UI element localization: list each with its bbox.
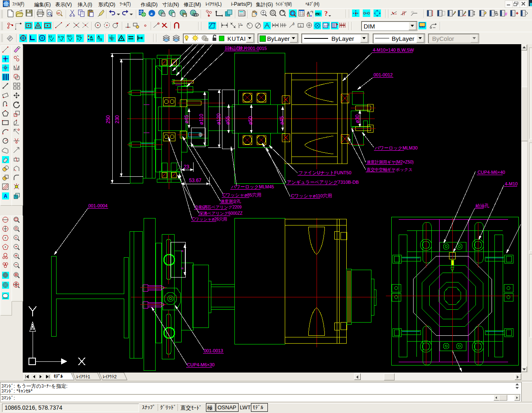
svg-text:X: X (15, 236, 17, 240)
svg-text:ø45: ø45 (184, 115, 189, 123)
svg-text:6: 6 (58, 36, 60, 38)
svg-text:.1: .1 (299, 24, 302, 28)
svg-text:ab: ab (57, 12, 60, 14)
svg-text:ESC: ESC (315, 12, 321, 16)
svg-text:a: a (150, 11, 153, 16)
svg-text:ø110: ø110 (199, 114, 204, 125)
svg-text:ø55: ø55 (225, 116, 231, 125)
svg-text:Cワッシャø85穴用: Cワッシャø85穴用 (222, 192, 261, 197)
svg-text:A: A (4, 193, 7, 199)
svg-text:?: ? (324, 10, 328, 17)
svg-text:8: 8 (180, 250, 184, 252)
svg-text:A: A (293, 22, 295, 25)
svg-text:ø120: ø120 (216, 113, 222, 125)
svg-text:ファインUナットFUNT50: ファインUナットFUNT50 (298, 170, 351, 175)
svg-text:4-M10: 4-M10 (505, 181, 518, 186)
svg-text:230: 230 (114, 115, 120, 123)
svg-text:CUP4-M6×30: CUP4-M6×30 (187, 362, 215, 367)
svg-text:A: A (90, 35, 93, 39)
svg-text:ø45: ø45 (279, 116, 285, 125)
svg-text:ISO: ISO (67, 35, 71, 38)
svg-text:Cワッシャø26穴用: Cワッシャø26穴用 (192, 217, 227, 221)
svg-text:001-0004: 001-0004 (88, 203, 108, 208)
svg-text:回転試験片001-0015: 回転試験片001-0015 (225, 46, 267, 51)
svg-text:直交中空軸ギヤボックス: 直交中空軸ギヤボックス (366, 167, 412, 172)
svg-text:4-M10×140 B,W,SW: 4-M10×140 B,W,SW (373, 47, 414, 52)
svg-text:パワーロックMLM45: パワーロックMLM45 (231, 184, 274, 189)
svg-text:ø50: ø50 (248, 116, 253, 125)
svg-text:速度測定孔: 速度測定孔 (220, 199, 241, 204)
svg-text:23: 23 (184, 164, 189, 170)
svg-text:パワーロックMLM30: パワーロックMLM30 (375, 145, 418, 150)
svg-text:自動調芯ベアリング2209: 自動調芯ベアリング2209 (195, 205, 242, 209)
svg-text:ø30: ø30 (355, 114, 360, 123)
svg-text:y x: y x (238, 22, 241, 25)
svg-text:63: 63 (49, 35, 52, 38)
svg-text:#: # (505, 12, 508, 17)
svg-text:Cワッシャø110穴用: Cワッシャø110穴用 (291, 193, 332, 198)
svg-text:8: 8 (180, 267, 184, 269)
svg-text:深溝ベアリング6000ZZ: 深溝ベアリング6000ZZ (199, 211, 243, 216)
svg-text:アンギュラーベアリング7310B-DB: アンギュラーベアリング7310B-DB (287, 180, 359, 185)
svg-text:ISO: ISO (76, 35, 81, 38)
svg-text:001-0013: 001-0013 (204, 348, 223, 353)
svg-text:53.67: 53.67 (189, 178, 201, 183)
svg-text:250: 250 (105, 115, 111, 123)
svg-text:6: 6 (77, 38, 79, 40)
svg-text:!: ! (303, 12, 304, 16)
svg-text:A: A (97, 35, 100, 39)
svg-text:c9: c9 (99, 39, 102, 41)
svg-text:10: 10 (324, 24, 327, 28)
svg-text:速度計測用ギヤ(M2×Z50): 速度計測用ギヤ(M2×Z50) (366, 160, 414, 164)
svg-text:A: A (307, 11, 310, 16)
svg-text:001-0012: 001-0012 (374, 72, 393, 77)
svg-text:CUP4-M6×40: CUP4-M6×40 (478, 170, 505, 175)
svg-text:給油孔: 給油孔 (475, 203, 489, 208)
